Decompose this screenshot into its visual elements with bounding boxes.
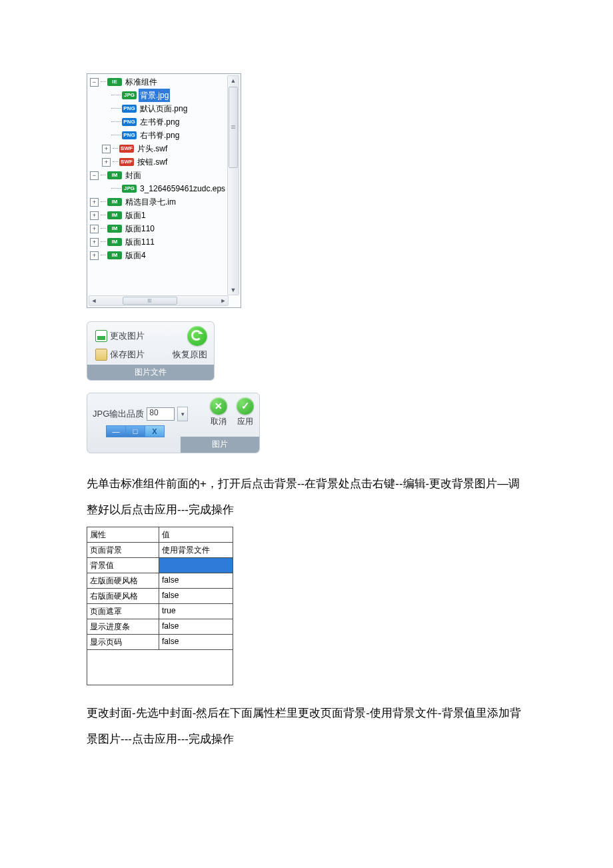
prop-row-left-hardstyle[interactable]: 左版面硬风格 false bbox=[87, 573, 233, 589]
horizontal-scrollbar[interactable]: ◄ ► bbox=[89, 295, 229, 306]
maximize-button[interactable]: □ bbox=[125, 425, 145, 437]
png-badge-icon: PNG bbox=[122, 105, 137, 113]
swf-badge-icon: SWF bbox=[119, 158, 134, 166]
tree-node-layout4[interactable]: + IM 版面4 bbox=[90, 249, 227, 262]
swf-badge-icon: SWF bbox=[119, 145, 134, 153]
scroll-down-icon[interactable]: ▼ bbox=[228, 285, 239, 295]
png-badge-icon: PNG bbox=[122, 118, 137, 126]
save-image-label: 保存图片 bbox=[110, 349, 145, 361]
close-button[interactable]: X bbox=[145, 425, 165, 437]
expand-icon[interactable]: + bbox=[90, 251, 99, 260]
tree-node-intro-swf[interactable]: + SWF 片头.swf bbox=[90, 142, 227, 155]
cancel-button[interactable]: 取消 bbox=[210, 397, 227, 427]
prop-row-page-number[interactable]: 显示页码 false bbox=[87, 635, 233, 650]
tree-body: − IE 标准组件 JPG 背景.jpg PNG 默认页面.png bbox=[87, 74, 227, 294]
image-icon bbox=[95, 330, 107, 342]
save-image-button[interactable]: 保存图片 bbox=[95, 349, 145, 361]
scroll-right-icon[interactable]: ► bbox=[219, 296, 228, 305]
im-badge-icon: IM bbox=[107, 198, 122, 206]
jpg-badge-icon: JPG bbox=[122, 185, 137, 193]
tree-node-button-swf[interactable]: + SWF 按钮.swf bbox=[90, 155, 227, 169]
scroll-left-icon[interactable]: ◄ bbox=[89, 296, 99, 305]
dropdown-icon[interactable]: ▼ bbox=[177, 407, 188, 421]
prop-row-right-hardstyle[interactable]: 右版面硬风格 false bbox=[87, 589, 233, 604]
instruction-paragraph-2: 更改封面-先选中封面-然后在下面属性栏里更改页面背景-使用背景文件-背景值里添加… bbox=[87, 700, 526, 752]
tree-node-cover[interactable]: − IM 封面 bbox=[90, 169, 227, 182]
im-badge-icon: IM bbox=[107, 238, 122, 246]
image-file-panel: 更改图片 保存图片 恢复原图 图片文件 bbox=[87, 321, 215, 381]
properties-header: 属性 值 bbox=[87, 527, 233, 543]
tree-node-standard-components[interactable]: − IE 标准组件 bbox=[90, 75, 227, 89]
im-badge-icon: IM bbox=[107, 225, 122, 233]
apply-label: 应用 bbox=[237, 416, 253, 427]
node-label: 标准组件 bbox=[124, 75, 159, 89]
expand-icon[interactable]: − bbox=[90, 78, 99, 87]
jpg-quality-input[interactable]: 80 bbox=[147, 407, 175, 421]
im-badge-icon: IM bbox=[107, 251, 122, 259]
prop-row-page-background[interactable]: 页面背景 使用背景文件 bbox=[87, 543, 233, 558]
tree: − IE 标准组件 JPG 背景.jpg PNG 默认页面.png bbox=[87, 74, 227, 262]
tree-node-layout1[interactable]: + IM 版面1 bbox=[90, 209, 227, 222]
cancel-icon bbox=[210, 397, 227, 415]
quality-panel: 取消 应用 JPG输出品质 80 ▼ — □ X 图片 bbox=[87, 393, 260, 453]
change-image-button[interactable]: 更改图片 bbox=[95, 330, 145, 342]
tree-spacer bbox=[102, 92, 109, 99]
restore-image-button[interactable]: 恢复原图 bbox=[173, 349, 207, 361]
tree-node-layout111[interactable]: + IM 版面111 bbox=[90, 235, 227, 249]
header-key: 属性 bbox=[87, 527, 159, 542]
expand-icon[interactable]: + bbox=[90, 211, 99, 220]
prop-empty-space bbox=[87, 650, 233, 685]
image-panel-footer: 图片文件 bbox=[87, 365, 214, 380]
expand-icon[interactable]: + bbox=[90, 225, 99, 233]
node-label: 背景.jpg bbox=[139, 89, 170, 102]
prop-row-page-mask[interactable]: 页面遮罩 true bbox=[87, 604, 233, 619]
tree-connector bbox=[101, 81, 106, 83]
tree-node-default-page-png[interactable]: PNG 默认页面.png bbox=[90, 102, 227, 115]
node-label: 按钮.swf bbox=[136, 155, 169, 169]
apply-icon bbox=[237, 397, 254, 415]
jpg-quality-label: JPG输出品质 bbox=[93, 408, 144, 420]
scroll-thumb[interactable] bbox=[229, 87, 238, 168]
tree-node-layout110[interactable]: + IM 版面110 bbox=[90, 222, 227, 235]
node-label: 版面1 bbox=[124, 209, 147, 222]
expand-icon[interactable]: − bbox=[90, 171, 99, 180]
png-badge-icon: PNG bbox=[122, 131, 137, 139]
refresh-icon[interactable] bbox=[187, 326, 207, 346]
im-badge-icon: IM bbox=[107, 211, 122, 219]
jpg-badge-icon: JPG bbox=[122, 91, 137, 99]
apply-button[interactable]: 应用 bbox=[237, 397, 254, 427]
header-value: 值 bbox=[159, 527, 233, 542]
node-label: 精选目录七.im bbox=[124, 195, 177, 209]
node-label: 版面110 bbox=[124, 222, 156, 235]
im-badge-icon: IM bbox=[107, 171, 122, 179]
prop-row-background-value[interactable]: 背景值 bbox=[87, 558, 233, 573]
quality-panel-footer: 图片 bbox=[181, 437, 259, 453]
node-label: 版面111 bbox=[124, 235, 156, 249]
node-label: 默认页面.png bbox=[139, 102, 189, 115]
node-label: 3_1264659461zudc.eps bbox=[139, 182, 227, 195]
expand-icon[interactable]: + bbox=[90, 198, 99, 207]
node-label: 片头.swf bbox=[136, 142, 169, 155]
instruction-paragraph-1: 先单击标准组件前面的+，打开后点击背景--在背景处点击右键--编辑-更改背景图片… bbox=[87, 471, 526, 523]
cancel-label: 取消 bbox=[211, 416, 227, 427]
minimize-button[interactable]: — bbox=[106, 425, 126, 437]
tree-node-catalog[interactable]: + IM 精选目录七.im bbox=[90, 195, 227, 209]
tree-node-left-spine-png[interactable]: PNG 左书脊.png bbox=[90, 115, 227, 129]
tree-node-right-spine-png[interactable]: PNG 右书脊.png bbox=[90, 129, 227, 142]
scroll-thumb[interactable] bbox=[123, 297, 177, 305]
scroll-up-icon[interactable]: ▲ bbox=[228, 76, 239, 85]
node-label: 封面 bbox=[124, 169, 143, 182]
vertical-scrollbar[interactable]: ▲ ▼ bbox=[227, 75, 239, 295]
restore-image-label: 恢复原图 bbox=[173, 349, 207, 361]
prop-row-progress[interactable]: 显示进度条 false bbox=[87, 619, 233, 635]
properties-table: 属性 值 页面背景 使用背景文件 背景值 左版面硬风格 false 右版面硬风格… bbox=[87, 527, 233, 685]
change-image-label: 更改图片 bbox=[110, 330, 145, 342]
expand-icon[interactable]: + bbox=[102, 158, 111, 167]
tree-node-cover-eps[interactable]: JPG 3_1264659461zudc.eps bbox=[90, 182, 227, 195]
expand-icon[interactable]: + bbox=[102, 145, 111, 153]
tree-node-background-jpg[interactable]: JPG 背景.jpg bbox=[90, 89, 227, 102]
save-icon bbox=[95, 349, 107, 361]
tree-connector bbox=[111, 95, 121, 96]
ie-badge-icon: IE bbox=[107, 78, 122, 86]
expand-icon[interactable]: + bbox=[90, 238, 99, 247]
